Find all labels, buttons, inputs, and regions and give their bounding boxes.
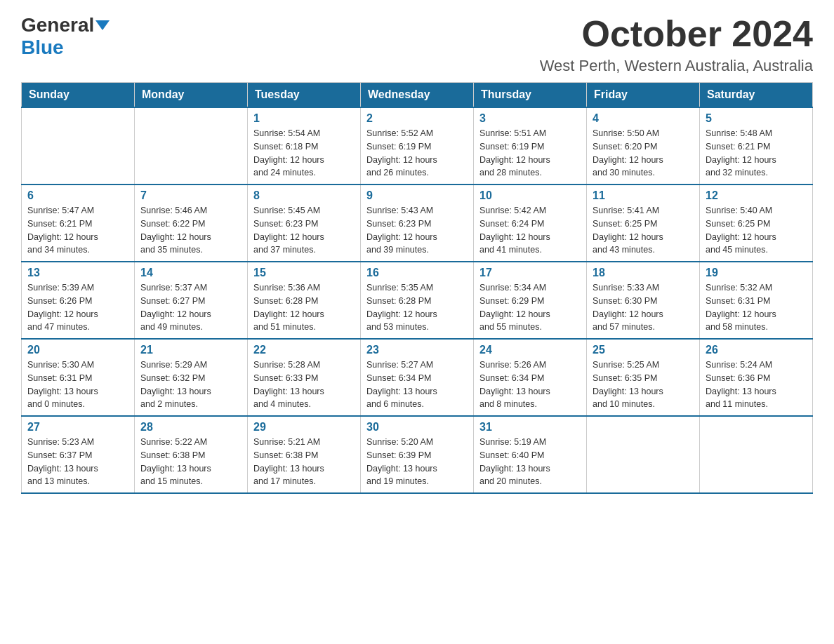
calendar-cell: 21Sunrise: 5:29 AMSunset: 6:32 PMDayligh…	[135, 339, 248, 416]
day-number: 13	[27, 267, 128, 279]
logo-general-text: General	[21, 14, 94, 36]
calendar-table: SundayMondayTuesdayWednesdayThursdayFrid…	[21, 82, 813, 494]
title-area: October 2024 West Perth, Western Austral…	[540, 14, 813, 75]
weekday-header-tuesday: Tuesday	[248, 83, 361, 108]
logo: General Blue	[21, 14, 110, 59]
calendar-week-row: 13Sunrise: 5:39 AMSunset: 6:26 PMDayligh…	[22, 262, 813, 339]
calendar-cell: 18Sunrise: 5:33 AMSunset: 6:30 PMDayligh…	[587, 262, 700, 339]
calendar-cell: 19Sunrise: 5:32 AMSunset: 6:31 PMDayligh…	[700, 262, 813, 339]
calendar-cell	[700, 416, 813, 493]
calendar-cell: 1Sunrise: 5:54 AMSunset: 6:18 PMDaylight…	[248, 107, 361, 185]
calendar-cell: 14Sunrise: 5:37 AMSunset: 6:27 PMDayligh…	[135, 262, 248, 339]
calendar-cell: 10Sunrise: 5:42 AMSunset: 6:24 PMDayligh…	[474, 185, 587, 262]
day-number: 30	[366, 421, 468, 434]
calendar-cell: 11Sunrise: 5:41 AMSunset: 6:25 PMDayligh…	[587, 185, 700, 262]
calendar-cell	[135, 107, 248, 185]
weekday-header-row: SundayMondayTuesdayWednesdayThursdayFrid…	[22, 83, 813, 108]
day-info: Sunrise: 5:39 AMSunset: 6:26 PMDaylight:…	[27, 281, 128, 334]
day-info: Sunrise: 5:22 AMSunset: 6:38 PMDaylight:…	[140, 436, 241, 488]
calendar-cell: 2Sunrise: 5:52 AMSunset: 6:19 PMDaylight…	[361, 107, 474, 185]
day-info: Sunrise: 5:42 AMSunset: 6:24 PMDaylight:…	[479, 204, 581, 257]
day-info: Sunrise: 5:24 AMSunset: 6:36 PMDaylight:…	[706, 358, 807, 411]
day-number: 10	[479, 189, 581, 202]
day-number: 11	[593, 189, 694, 202]
calendar-cell: 9Sunrise: 5:43 AMSunset: 6:23 PMDaylight…	[361, 185, 474, 262]
calendar-week-row: 27Sunrise: 5:23 AMSunset: 6:37 PMDayligh…	[22, 416, 813, 493]
calendar-cell: 24Sunrise: 5:26 AMSunset: 6:34 PMDayligh…	[474, 339, 587, 416]
day-number: 20	[27, 344, 128, 356]
calendar-cell: 13Sunrise: 5:39 AMSunset: 6:26 PMDayligh…	[22, 262, 135, 339]
month-title: October 2024	[540, 14, 813, 54]
weekday-header-wednesday: Wednesday	[361, 83, 474, 108]
calendar-cell: 27Sunrise: 5:23 AMSunset: 6:37 PMDayligh…	[22, 416, 135, 493]
day-info: Sunrise: 5:52 AMSunset: 6:19 PMDaylight:…	[366, 127, 468, 180]
day-info: Sunrise: 5:47 AMSunset: 6:21 PMDaylight:…	[27, 204, 128, 257]
day-number: 23	[366, 344, 468, 356]
logo-triangle-icon	[95, 20, 110, 30]
day-number: 25	[593, 344, 694, 356]
day-info: Sunrise: 5:41 AMSunset: 6:25 PMDaylight:…	[593, 204, 694, 257]
day-number: 19	[706, 267, 807, 279]
day-info: Sunrise: 5:51 AMSunset: 6:19 PMDaylight:…	[479, 127, 581, 180]
calendar-cell: 6Sunrise: 5:47 AMSunset: 6:21 PMDaylight…	[22, 185, 135, 262]
day-info: Sunrise: 5:36 AMSunset: 6:28 PMDaylight:…	[253, 281, 355, 334]
day-info: Sunrise: 5:48 AMSunset: 6:21 PMDaylight:…	[706, 127, 807, 180]
day-info: Sunrise: 5:25 AMSunset: 6:35 PMDaylight:…	[593, 358, 694, 411]
calendar-cell: 28Sunrise: 5:22 AMSunset: 6:38 PMDayligh…	[135, 416, 248, 493]
day-info: Sunrise: 5:27 AMSunset: 6:34 PMDaylight:…	[366, 358, 468, 411]
day-number: 4	[593, 112, 694, 125]
day-number: 14	[140, 267, 241, 279]
calendar-cell: 3Sunrise: 5:51 AMSunset: 6:19 PMDaylight…	[474, 107, 587, 185]
calendar-week-row: 6Sunrise: 5:47 AMSunset: 6:21 PMDaylight…	[22, 185, 813, 262]
day-info: Sunrise: 5:35 AMSunset: 6:28 PMDaylight:…	[366, 281, 468, 334]
day-number: 5	[706, 112, 807, 125]
day-number: 7	[140, 189, 241, 202]
day-number: 8	[253, 189, 355, 202]
day-number: 26	[706, 344, 807, 356]
page-header: General Blue October 2024 West Perth, We…	[21, 14, 813, 75]
day-info: Sunrise: 5:33 AMSunset: 6:30 PMDaylight:…	[593, 281, 694, 334]
calendar-cell: 25Sunrise: 5:25 AMSunset: 6:35 PMDayligh…	[587, 339, 700, 416]
day-number: 2	[366, 112, 468, 125]
day-number: 24	[479, 344, 581, 356]
weekday-header-thursday: Thursday	[474, 83, 587, 108]
calendar-cell	[22, 107, 135, 185]
location-title: West Perth, Western Australia, Australia	[540, 57, 813, 75]
logo-blue-text: Blue	[21, 36, 64, 59]
day-info: Sunrise: 5:32 AMSunset: 6:31 PMDaylight:…	[706, 281, 807, 334]
day-number: 12	[706, 189, 807, 202]
day-info: Sunrise: 5:28 AMSunset: 6:33 PMDaylight:…	[253, 358, 355, 411]
calendar-cell: 26Sunrise: 5:24 AMSunset: 6:36 PMDayligh…	[700, 339, 813, 416]
calendar-week-row: 20Sunrise: 5:30 AMSunset: 6:31 PMDayligh…	[22, 339, 813, 416]
day-number: 6	[27, 189, 128, 202]
weekday-header-sunday: Sunday	[22, 83, 135, 108]
day-info: Sunrise: 5:19 AMSunset: 6:40 PMDaylight:…	[479, 436, 581, 488]
calendar-cell: 17Sunrise: 5:34 AMSunset: 6:29 PMDayligh…	[474, 262, 587, 339]
day-info: Sunrise: 5:23 AMSunset: 6:37 PMDaylight:…	[27, 436, 128, 488]
calendar-week-row: 1Sunrise: 5:54 AMSunset: 6:18 PMDaylight…	[22, 107, 813, 185]
day-number: 28	[140, 421, 241, 434]
calendar-cell: 8Sunrise: 5:45 AMSunset: 6:23 PMDaylight…	[248, 185, 361, 262]
calendar-cell: 30Sunrise: 5:20 AMSunset: 6:39 PMDayligh…	[361, 416, 474, 493]
weekday-header-saturday: Saturday	[700, 83, 813, 108]
day-info: Sunrise: 5:30 AMSunset: 6:31 PMDaylight:…	[27, 358, 128, 411]
calendar-cell: 22Sunrise: 5:28 AMSunset: 6:33 PMDayligh…	[248, 339, 361, 416]
calendar-cell: 4Sunrise: 5:50 AMSunset: 6:20 PMDaylight…	[587, 107, 700, 185]
day-number: 29	[253, 421, 355, 434]
day-number: 27	[27, 421, 128, 434]
weekday-header-friday: Friday	[587, 83, 700, 108]
calendar-cell: 29Sunrise: 5:21 AMSunset: 6:38 PMDayligh…	[248, 416, 361, 493]
day-info: Sunrise: 5:21 AMSunset: 6:38 PMDaylight:…	[253, 436, 355, 488]
day-number: 16	[366, 267, 468, 279]
day-info: Sunrise: 5:29 AMSunset: 6:32 PMDaylight:…	[140, 358, 241, 411]
day-number: 9	[366, 189, 468, 202]
day-info: Sunrise: 5:37 AMSunset: 6:27 PMDaylight:…	[140, 281, 241, 334]
day-info: Sunrise: 5:45 AMSunset: 6:23 PMDaylight:…	[253, 204, 355, 257]
day-info: Sunrise: 5:43 AMSunset: 6:23 PMDaylight:…	[366, 204, 468, 257]
day-info: Sunrise: 5:20 AMSunset: 6:39 PMDaylight:…	[366, 436, 468, 488]
calendar-cell: 15Sunrise: 5:36 AMSunset: 6:28 PMDayligh…	[248, 262, 361, 339]
day-number: 21	[140, 344, 241, 356]
calendar-cell: 7Sunrise: 5:46 AMSunset: 6:22 PMDaylight…	[135, 185, 248, 262]
calendar-cell: 5Sunrise: 5:48 AMSunset: 6:21 PMDaylight…	[700, 107, 813, 185]
day-number: 18	[593, 267, 694, 279]
